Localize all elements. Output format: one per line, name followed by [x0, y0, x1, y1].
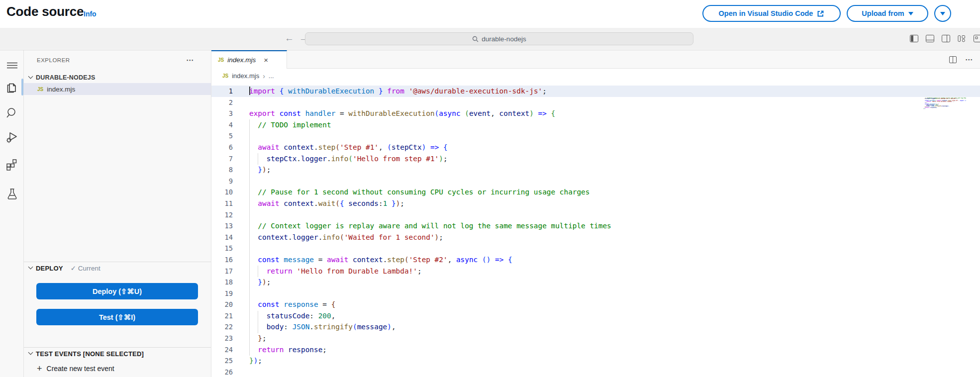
line-content: stepCtx.logger.info('Hello from step #1'…	[249, 155, 448, 163]
code-line-25[interactable]: 25});	[211, 355, 980, 367]
code-line-26[interactable]: 26	[211, 367, 980, 377]
code-line-4[interactable]: 4 // TODO implement	[211, 119, 980, 131]
javascript-file-icon: JS	[222, 73, 228, 79]
code-line-13[interactable]: 13 // Context logger is replay aware and…	[211, 220, 980, 232]
code-line-15[interactable]: 15	[211, 243, 980, 254]
external-link-icon	[817, 10, 824, 17]
line-content: import { withDurableExecution } from '@a…	[249, 87, 547, 95]
code-line-7[interactable]: 7 stepCtx.logger.info('Hello from step #…	[211, 153, 980, 165]
explorer-icon[interactable]	[0, 81, 24, 95]
test-events-section-header[interactable]: TEST EVENTS [NONE SELECTED]	[24, 347, 211, 360]
toggle-left-panel-icon[interactable]	[910, 35, 918, 42]
deploy-section-label: DEPLOY	[36, 265, 63, 272]
code-line-1[interactable]: 1import { withDurableExecution } from '@…	[211, 86, 980, 97]
line-content: body: JSON.stringify(message),	[249, 323, 396, 331]
line-number: 23	[211, 333, 249, 344]
code-line-23[interactable]: 23 };	[211, 333, 980, 344]
deploy-button[interactable]: Deploy (⇧⌘U)	[36, 283, 198, 299]
line-number: 20	[211, 299, 249, 310]
close-icon[interactable]: ×	[264, 57, 268, 64]
line-number: 1	[211, 86, 249, 97]
line-content: const message = await context.step('Step…	[249, 256, 512, 264]
code-line-9[interactable]: 9	[211, 176, 980, 187]
code-line-3[interactable]: 3export const handler = withDurableExecu…	[211, 108, 980, 119]
line-content: export const handler = withDurableExecut…	[249, 109, 555, 117]
line-number: 7	[211, 153, 249, 165]
code-editor[interactable]: 1import { withDurableExecution } from '@…	[211, 83, 980, 377]
code-line-19[interactable]: 19	[211, 288, 980, 299]
explorer-panel-title: EXPLORER	[37, 57, 186, 63]
menu-icon[interactable]	[0, 58, 24, 73]
toggle-bottom-panel-icon[interactable]	[926, 35, 934, 42]
code-line-16[interactable]: 16 const message = await context.step('S…	[211, 254, 980, 266]
test-button[interactable]: Test (⇧⌘I)	[36, 309, 198, 325]
code-line-6[interactable]: 6 await context.step('Step #1', (stepCtx…	[211, 142, 980, 153]
toggle-right-panel-icon[interactable]	[942, 35, 950, 42]
layout-controls	[910, 28, 977, 49]
deploy-section-header[interactable]: DEPLOY ✓ Current	[24, 262, 211, 275]
line-number: 5	[211, 130, 249, 142]
code-line-8[interactable]: 8 });	[211, 164, 980, 176]
line-number: 26	[211, 367, 249, 377]
code-line-18[interactable]: 18 });	[211, 277, 980, 288]
code-line-22[interactable]: 22 body: JSON.stringify(message),	[211, 321, 980, 333]
line-number: 10	[211, 187, 249, 198]
page-title: Code source	[6, 4, 84, 19]
search-value: durable-nodejs	[482, 35, 526, 43]
line-number: 24	[211, 344, 249, 356]
code-line-2[interactable]: 2	[211, 97, 980, 108]
more-actions-button[interactable]	[934, 5, 951, 22]
line-content: });	[249, 278, 271, 286]
breadcrumb-file[interactable]: index.mjs	[232, 72, 259, 80]
upload-from-button[interactable]: Upload from	[847, 5, 928, 22]
open-in-vscode-button[interactable]: Open in Visual Studio Code	[702, 5, 841, 22]
customize-layout-icon[interactable]	[958, 35, 966, 42]
line-number: 6	[211, 142, 249, 153]
line-content: });	[249, 166, 271, 174]
back-arrow-icon[interactable]: ←	[285, 28, 294, 49]
line-number: 19	[211, 288, 249, 299]
code-line-12[interactable]: 12	[211, 209, 980, 221]
line-content: };	[249, 334, 267, 342]
run-debug-icon[interactable]	[0, 130, 24, 145]
line-number: 25	[211, 355, 249, 367]
info-link[interactable]: Info	[84, 10, 97, 18]
active-view-indicator	[21, 79, 23, 95]
line-content: return response;	[249, 346, 327, 354]
code-line-24[interactable]: 24 return response;	[211, 344, 980, 356]
file-row-index-mjs[interactable]: JS index.mjs	[24, 83, 211, 95]
explorer-panel-header: EXPLORER ⋯	[24, 50, 211, 70]
open-in-vscode-label: Open in Visual Studio Code	[719, 9, 813, 17]
code-line-11[interactable]: 11 await context.wait({ seconds:1 });	[211, 198, 980, 209]
tab-label: index.mjs	[227, 56, 256, 64]
tab-index-mjs[interactable]: JS index.mjs ×	[211, 50, 287, 69]
search-icon[interactable]	[0, 106, 24, 121]
command-center-search[interactable]: durable-nodejs	[305, 32, 693, 45]
breadcrumb: JS index.mjs › ...	[211, 69, 980, 83]
split-editor-icon[interactable]	[949, 56, 957, 63]
check-icon: ✓	[71, 265, 76, 272]
line-number: 18	[211, 277, 249, 288]
test-beaker-icon[interactable]	[0, 186, 24, 201]
create-test-event-link[interactable]: + Create new test event	[24, 362, 211, 375]
explorer-more-icon[interactable]: ⋯	[186, 56, 194, 65]
code-line-14[interactable]: 14 context.logger.info('Waited for 1 sec…	[211, 232, 980, 243]
breadcrumb-symbol[interactable]: ...	[269, 72, 274, 80]
code-line-10[interactable]: 10 // Pause for 1 second without consumi…	[211, 187, 980, 198]
extensions-icon[interactable]	[0, 157, 24, 172]
code-line-5[interactable]: 5	[211, 130, 980, 142]
javascript-file-icon: JS	[218, 57, 224, 63]
code-line-17[interactable]: 17 return 'Hello from Durable Lambda!';	[211, 266, 980, 277]
chevron-down-icon	[28, 350, 33, 355]
code-line-20[interactable]: 20 const response = {	[211, 299, 980, 310]
editor-actions: ⋯	[949, 50, 973, 69]
more-layout-icon[interactable]	[974, 35, 980, 42]
code-line-21[interactable]: 21 statusCode: 200,	[211, 310, 980, 322]
more-actions-icon[interactable]: ⋯	[965, 55, 973, 64]
search-icon	[472, 36, 479, 42]
workspace-folder-row[interactable]: DURABLE-NODEJS	[24, 72, 211, 83]
test-events-section-label: TEST EVENTS [NONE SELECTED]	[36, 350, 144, 358]
line-number: 4	[211, 119, 249, 131]
file-name: index.mjs	[47, 86, 75, 93]
chevron-down-icon	[940, 12, 945, 15]
